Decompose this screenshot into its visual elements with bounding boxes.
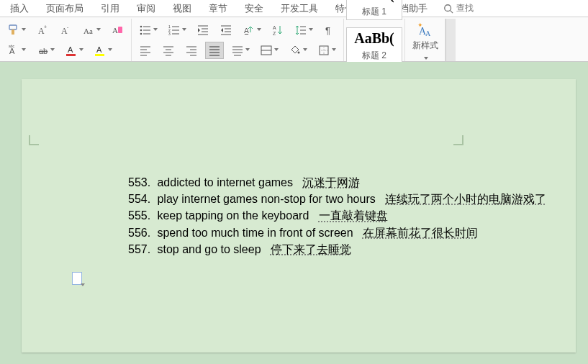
svg-text:Z: Z [273,31,276,36]
chevron-down-icon [50,48,55,53]
style-label: 标题 1 [362,6,386,19]
align-distribute-button[interactable] [228,42,253,59]
svg-point-18 [140,25,143,27]
chevron-down-icon [22,28,26,32]
ribbon: A+ A- Aa A Aabc ab A [0,17,588,62]
align-right-icon [185,44,198,57]
tab-stops-button[interactable] [257,42,281,59]
margin-marker-left [29,135,39,145]
svg-rect-3 [12,29,14,35]
grow-font-button[interactable]: A+ [33,22,52,39]
line-zh: 停下来了去睡觉 [271,243,351,255]
line-zh: 在屏幕前花了很长时间 [363,227,478,239]
menu-references[interactable]: 引用 [94,1,127,17]
format-painter-button[interactable] [4,22,29,39]
document-page: 553. addicted to internet games 沉迷于网游 55… [22,79,576,352]
margin-marker-right [453,135,463,145]
menu-devtools[interactable]: 开发工具 [273,1,325,17]
menu-chapter[interactable]: 章节 [202,1,235,17]
font-color-button[interactable]: A [62,42,86,59]
decrease-indent-button[interactable] [194,22,212,39]
line-number: 557. [128,241,154,258]
text-direction-button[interactable]: A̲ [240,22,264,39]
chevron-down-icon [257,28,261,32]
line-zh: 一直敲着键盘 [319,209,388,222]
chevron-down-icon [79,48,83,53]
menu-search[interactable]: 查找 [438,1,479,16]
align-right-button[interactable] [182,42,201,59]
paste-options-button[interactable] [72,272,85,288]
style-heading2[interactable]: AaBb( 标题 2 [346,27,402,64]
ribbon-collapsed-pane[interactable] [445,19,456,61]
menu-insert[interactable]: 插入 [3,1,36,17]
character-border-button[interactable]: ab [33,42,58,59]
line-spacing-icon [294,24,307,37]
menu-page-layout[interactable]: 页面布局 [39,1,91,17]
style-preview: AaBb( [354,0,394,6]
chevron-down-icon [424,57,428,60]
svg-text:ab: ab [39,47,48,55]
document-content[interactable]: 553. addicted to internet games 沉迷于网游 55… [128,174,546,258]
chevron-down-icon [108,48,112,53]
svg-text:✦: ✦ [417,22,423,29]
change-case-button[interactable]: Aa [79,22,104,39]
chevron-down-icon [245,48,250,53]
line-zh: 沉迷于网游 [302,176,360,188]
svg-text:¶: ¶ [325,25,330,36]
grow-font-icon: A+ [36,24,49,37]
phonetic-guide-icon: Aabc [7,44,20,57]
align-left-button[interactable] [136,42,155,59]
doc-line: 556. spend too much time in front of scr… [128,224,546,241]
shrink-font-icon: A- [59,24,72,37]
bucket-icon [289,44,302,57]
line-en: spend too much time in front of screen [157,227,353,239]
border-button[interactable] [315,42,339,59]
document-canvas[interactable]: 553. addicted to internet games 沉迷于网游 55… [0,62,588,364]
sort-button[interactable]: AZ [268,22,287,39]
workspace: 553. addicted to internet games 沉迷于网游 55… [0,62,588,364]
svg-text:Aa: Aa [83,27,93,35]
shading-button[interactable] [286,42,310,59]
doc-line: 557. stop and go to sleep 停下来了去睡觉 [128,241,546,258]
menu-security[interactable]: 安全 [238,1,271,17]
style-preview: AaBb( [354,28,394,50]
clear-format-button[interactable]: A [108,22,127,39]
format-painter-icon [7,24,20,37]
pilcrow-icon: ¶ [323,24,336,37]
align-center-button[interactable] [159,42,178,59]
bullets-icon [139,24,152,37]
svg-marker-34 [198,28,200,32]
line-en: stop and go to sleep [157,243,261,255]
style-heading1[interactable]: AaBb( 标题 1 [346,0,402,20]
group-new-style: AA✦ 新样式 [405,19,445,61]
line-spacing-button[interactable] [291,22,316,39]
svg-marker-39 [221,28,223,32]
doc-line: 554. play internet games non-stop for tw… [128,191,546,207]
group-styles: AaBbCcDd 正文 AaBb( 标题 1 AaBb( 标题 2 AaBbC(… [344,19,405,61]
increase-indent-button[interactable] [217,22,235,39]
highlight-button[interactable]: A [91,42,115,59]
svg-text:A: A [112,26,118,35]
line-en: addicted to internet games [157,176,293,188]
svg-text:A: A [425,29,431,37]
chevron-down-icon [96,28,101,32]
align-justify-button[interactable] [205,42,224,59]
svg-text:+: + [44,24,47,29]
group-paragraph: 123 A̲ AZ ¶ [132,19,344,61]
svg-text:A: A [68,45,73,54]
shrink-font-button[interactable]: A- [56,22,75,39]
new-style-button[interactable]: AA✦ 新样式 [410,20,441,54]
line-zh: 连续玩了两个小时的电脑游戏了 [385,193,546,205]
show-marks-button[interactable]: ¶ [320,22,339,39]
phonetic-guide-button[interactable]: Aabc [4,42,29,59]
svg-rect-10 [118,27,122,33]
bullets-button[interactable] [136,22,160,39]
new-style-icon: AA✦ [415,22,435,40]
align-justify-icon [208,44,221,57]
align-left-icon [139,44,152,57]
doc-line: 553. addicted to internet games 沉迷于网游 [128,174,546,191]
line-number: 553. [128,174,154,191]
numbering-button[interactable]: 123 [165,22,189,39]
menu-view[interactable]: 视图 [166,1,199,17]
menu-review[interactable]: 审阅 [130,1,163,17]
